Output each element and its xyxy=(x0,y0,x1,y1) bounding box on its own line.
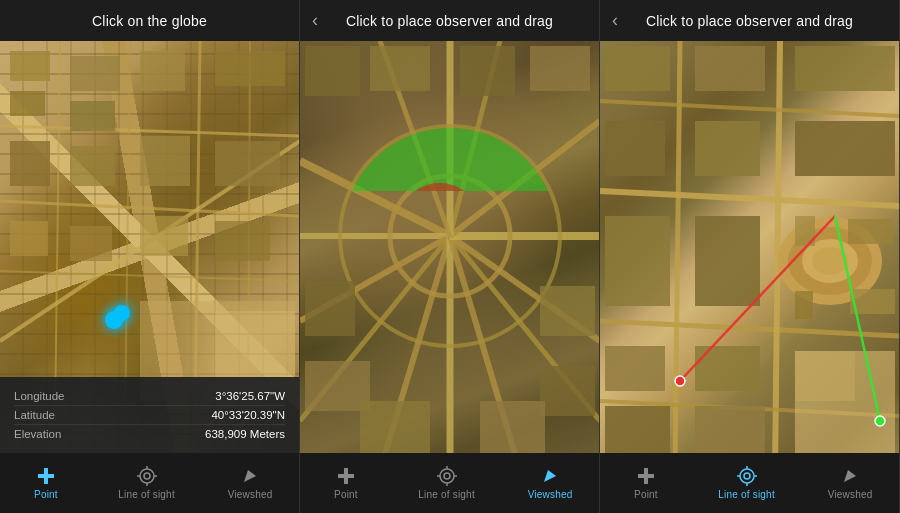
svg-marker-79 xyxy=(544,470,556,482)
panel-2-map[interactable] xyxy=(300,41,599,453)
svg-line-4 xyxy=(125,41,130,421)
svg-line-3 xyxy=(55,41,60,421)
satellite-map-3[interactable] xyxy=(600,41,899,453)
svg-line-2 xyxy=(0,271,299,281)
viewshed-icon-3 xyxy=(840,466,860,486)
latitude-value: 40°33'20.39"N xyxy=(211,409,285,421)
viewshed-svg xyxy=(300,41,599,191)
svg-point-26 xyxy=(43,473,49,479)
tool-viewshed-1[interactable]: Viewshed xyxy=(220,462,281,504)
panel-2-toolbar: Point Line of sight Viewshed xyxy=(300,453,599,513)
panel-3-header: ‹ Click to place observer and drag xyxy=(600,0,899,41)
svg-rect-57 xyxy=(540,366,595,416)
svg-rect-12 xyxy=(140,51,185,91)
tool-los-label-1: Line of sight xyxy=(118,489,175,500)
svg-line-0 xyxy=(0,126,299,136)
los-icon-3 xyxy=(737,466,757,486)
svg-point-27 xyxy=(140,469,154,483)
viewshed-icon-1 xyxy=(240,466,260,486)
latitude-label: Latitude xyxy=(14,409,55,421)
svg-rect-104 xyxy=(848,219,893,244)
panel-3-title: Click to place observer and drag xyxy=(646,13,853,29)
elevation-value: 638,909 Meters xyxy=(205,428,285,440)
tool-point-label-2: Point xyxy=(334,489,358,500)
panel-los: ‹ Click to place observer and drag xyxy=(600,0,900,513)
longitude-value: 3°36'25.67"W xyxy=(215,390,285,402)
longitude-label: Longitude xyxy=(14,390,65,402)
svg-rect-55 xyxy=(540,286,595,336)
elevation-label: Elevation xyxy=(14,428,61,440)
tool-point-label-3: Point xyxy=(634,489,658,500)
svg-rect-59 xyxy=(480,401,545,453)
svg-rect-13 xyxy=(215,51,285,86)
svg-rect-106 xyxy=(850,289,895,314)
panel-2-header: ‹ Click to place observer and drag xyxy=(300,0,599,41)
svg-rect-11 xyxy=(70,101,115,131)
svg-point-115 xyxy=(643,473,649,479)
point-icon-1 xyxy=(36,466,56,486)
svg-rect-58 xyxy=(360,401,430,453)
tool-los-3[interactable]: Line of sight xyxy=(710,462,783,504)
tool-viewshed-label-3: Viewshed xyxy=(828,489,873,500)
los-icon-1 xyxy=(137,466,157,486)
svg-rect-17 xyxy=(215,141,280,186)
panel-2-title: Click to place observer and drag xyxy=(346,13,553,29)
info-row-latitude: Latitude 40°33'20.39"N xyxy=(14,406,285,425)
satellite-map-2[interactable] xyxy=(300,41,599,453)
tool-viewshed-label-2: Viewshed xyxy=(528,489,573,500)
tool-point-1[interactable]: Point xyxy=(18,462,73,504)
svg-rect-108 xyxy=(795,351,855,401)
svg-rect-105 xyxy=(795,291,813,319)
panel-globe: Click on the globe xyxy=(0,0,300,513)
svg-point-61 xyxy=(342,128,558,191)
panel-1-toolbar: Point Line of sight Viewshed xyxy=(0,453,299,513)
point-icon-3 xyxy=(636,466,656,486)
panel-3-map[interactable] xyxy=(600,41,899,453)
back-button-2[interactable]: ‹ xyxy=(312,10,318,31)
tool-los-label-3: Line of sight xyxy=(718,489,775,500)
tool-point-2[interactable]: Point xyxy=(318,462,373,504)
svg-rect-10 xyxy=(70,56,120,91)
back-button-3[interactable]: ‹ xyxy=(612,10,618,31)
panel-1-header: Click on the globe xyxy=(0,0,299,41)
observer-marker[interactable] xyxy=(114,305,130,321)
tool-viewshed-3[interactable]: Viewshed xyxy=(820,462,881,504)
point-icon-2 xyxy=(336,466,356,486)
tool-point-3[interactable]: Point xyxy=(618,462,673,504)
tool-los-label-2: Line of sight xyxy=(418,489,475,500)
svg-point-117 xyxy=(744,473,750,479)
svg-rect-19 xyxy=(70,226,112,261)
tool-point-label-1: Point xyxy=(34,489,58,500)
panel-1-map[interactable]: Longitude 3°36'25.67"W Latitude 40°33'20… xyxy=(0,41,299,453)
svg-rect-15 xyxy=(70,146,115,186)
viewshed-icon-2 xyxy=(540,466,560,486)
map-3-streets-svg xyxy=(600,41,899,453)
svg-rect-14 xyxy=(10,141,50,186)
tool-los-1[interactable]: Line of sight xyxy=(110,462,183,504)
svg-rect-54 xyxy=(305,281,355,336)
svg-rect-20 xyxy=(140,216,188,256)
info-panel: Longitude 3°36'25.67"W Latitude 40°33'20… xyxy=(0,377,299,453)
svg-rect-9 xyxy=(10,91,45,116)
info-row-elevation: Elevation 638,909 Meters xyxy=(14,425,285,443)
svg-line-1 xyxy=(0,201,299,216)
svg-point-28 xyxy=(144,473,150,479)
svg-marker-122 xyxy=(844,470,856,482)
los-icon-2 xyxy=(437,466,457,486)
svg-point-73 xyxy=(440,469,454,483)
svg-point-116 xyxy=(740,469,754,483)
tool-los-2[interactable]: Line of sight xyxy=(410,462,483,504)
svg-point-72 xyxy=(343,473,349,479)
panel-3-toolbar: Point Line of sight Viewshed xyxy=(600,453,899,513)
info-row-longitude: Longitude 3°36'25.67"W xyxy=(14,387,285,406)
svg-rect-103 xyxy=(795,216,815,246)
svg-rect-8 xyxy=(10,51,50,81)
tool-viewshed-2[interactable]: Viewshed xyxy=(520,462,581,504)
tool-viewshed-label-1: Viewshed xyxy=(228,489,273,500)
svg-point-102 xyxy=(812,247,848,275)
svg-rect-16 xyxy=(140,136,190,186)
panel-1-title: Click on the globe xyxy=(92,13,207,29)
svg-rect-18 xyxy=(10,221,48,256)
svg-rect-21 xyxy=(215,221,270,261)
svg-marker-33 xyxy=(244,470,256,482)
